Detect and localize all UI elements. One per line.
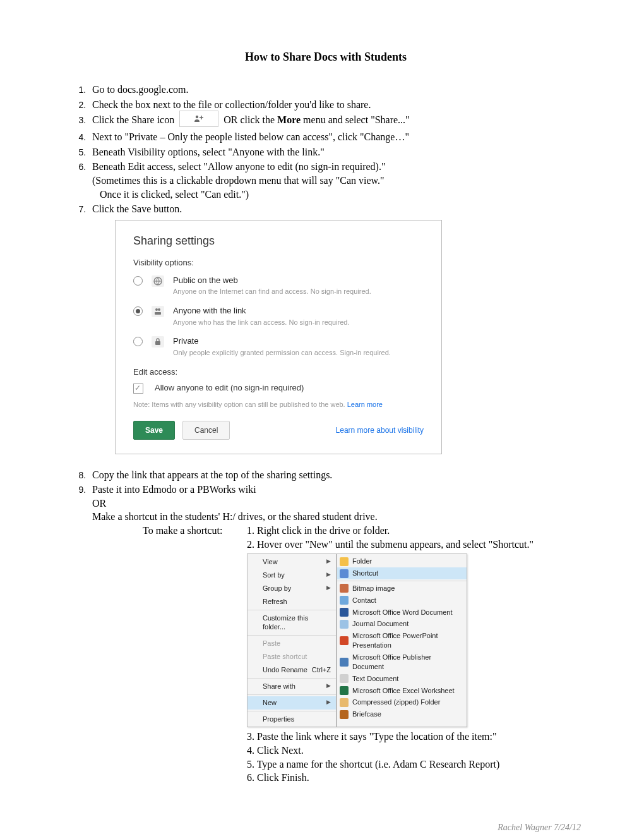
menu-separator xyxy=(247,610,336,610)
step-subtext: OR xyxy=(92,497,581,511)
visibility-label: Visibility options: xyxy=(133,257,424,269)
radio-checked[interactable] xyxy=(133,306,143,316)
step-3: Click the Share icon OR click the More m… xyxy=(88,112,581,129)
footer-attribution: Rachel Wagner 7/24/12 xyxy=(71,823,581,833)
menu-item[interactable]: Group by▶ xyxy=(247,582,336,595)
chevron-right-icon: ▶ xyxy=(326,682,331,691)
visibility-option-private[interactable]: Private Only people explicitly granted p… xyxy=(133,335,424,357)
step-text: Go to docs.google.com. xyxy=(92,84,188,95)
document-page: How to Share Docs with Students Go to do… xyxy=(0,0,644,834)
chevron-right-icon: ▶ xyxy=(326,584,331,593)
menu-separator xyxy=(247,711,336,711)
shortcut-instructions: To make a shortcut: 1. Right click in th… xyxy=(143,524,581,538)
menu-item[interactable]: Paste shortcut xyxy=(247,650,336,663)
menu-item[interactable]: Properties xyxy=(247,713,336,726)
menu-item[interactable]: Refresh xyxy=(247,595,336,608)
visibility-option-link[interactable]: Anyone with the link Anyone who has the … xyxy=(133,305,424,327)
menu-separator xyxy=(337,581,467,581)
main-steps-list: Go to docs.google.com. Check the box nex… xyxy=(71,83,581,785)
step-7: Click the Save button. Sharing settings … xyxy=(88,202,581,454)
shortcut-step: 2. Hover over "New" until the submenu ap… xyxy=(247,538,581,552)
bold-more: More xyxy=(277,114,301,125)
submenu-item[interactable]: Contact xyxy=(337,595,467,607)
panel-note: Note: Items with any visibility option c… xyxy=(133,400,424,409)
radio-unchecked[interactable] xyxy=(133,337,143,346)
shortcut-step: 5. Type a name for the shortcut (i.e. Ad… xyxy=(247,758,581,771)
submenu-item[interactable]: Microsoft Office Word Document xyxy=(337,607,467,619)
submenu-item[interactable]: Microsoft Office Excel Worksheet xyxy=(337,685,467,697)
svg-rect-7 xyxy=(155,312,161,315)
context-menu-new-submenu: FolderShortcutBitmap imageContactMicroso… xyxy=(337,553,467,727)
menu-item[interactable]: Undo RenameCtrl+Z xyxy=(247,663,336,677)
cancel-button[interactable]: Cancel xyxy=(182,421,230,440)
visibility-option-public[interactable]: Public on the web Anyone on the Internet… xyxy=(133,275,424,296)
file-type-icon xyxy=(340,608,349,617)
step-1: Go to docs.google.com. xyxy=(88,83,581,97)
file-type-icon xyxy=(340,658,349,667)
submenu-item[interactable]: Journal Document xyxy=(337,618,467,630)
context-menu-main: View▶Sort by▶Group by▶RefreshCustomize t… xyxy=(247,553,337,727)
step-5: Beneath Visibility options, select "Anyo… xyxy=(88,145,581,159)
panel-buttons: Save Cancel Learn more about visibility xyxy=(133,421,424,440)
step-subtext: Once it is clicked, select "Can edit.") xyxy=(100,188,581,202)
submenu-item[interactable]: Folder xyxy=(337,555,467,567)
submenu-item[interactable]: Briefcase xyxy=(337,708,467,720)
learn-visibility-link[interactable]: Learn more about visibility xyxy=(336,425,424,435)
shortcut-step: 1. Right click in the drive or folder. xyxy=(247,524,581,538)
chevron-right-icon: ▶ xyxy=(326,557,331,567)
edit-option-label: Allow anyone to edit (no sign-in require… xyxy=(155,382,304,394)
sharing-settings-panel: Sharing settings Visibility options: Pub… xyxy=(115,220,442,454)
step-text: Click the Share icon xyxy=(92,114,174,125)
shortcut-step: 4. Click Next. xyxy=(247,744,581,758)
step-text: Beneath Edit access, select "Allow anyon… xyxy=(92,161,385,172)
shortcut-step: 6. Click Finish. xyxy=(247,771,581,785)
file-type-icon xyxy=(340,584,349,593)
step-subtext: Make a shortcut in the students' H:/ dri… xyxy=(92,510,581,524)
menu-item[interactable]: Share with▶ xyxy=(247,680,336,693)
file-type-icon xyxy=(340,698,349,707)
option-desc: Anyone who has the link can access. No s… xyxy=(173,318,424,327)
menu-item[interactable]: View▶ xyxy=(247,555,336,569)
option-desc: Only people explicitly granted permissio… xyxy=(173,348,424,358)
lock-icon xyxy=(152,336,164,348)
edit-access-row[interactable]: Allow anyone to edit (no sign-in require… xyxy=(133,382,424,394)
shortcut-lead-label: To make a shortcut: xyxy=(143,524,247,538)
file-type-icon xyxy=(340,674,349,683)
step-text: Copy the link that appears at the top of… xyxy=(92,469,332,480)
step-text: Click the Save button. xyxy=(92,203,182,214)
step-subtext: (Sometimes this is a clickable dropdown … xyxy=(92,174,581,188)
menu-item[interactable]: New▶ xyxy=(247,696,336,710)
page-title: How to Share Docs with Students xyxy=(71,51,581,64)
step-text: Paste it into Edmodo or a PBWorks wiki xyxy=(92,484,256,495)
share-icon xyxy=(179,111,218,127)
step-text: menu and select "Share..." xyxy=(301,114,410,125)
menu-item[interactable]: Customize this folder... xyxy=(247,612,336,634)
file-type-icon xyxy=(340,557,349,566)
learn-more-link[interactable]: Learn more xyxy=(347,401,383,408)
menu-item[interactable]: Sort by▶ xyxy=(247,569,336,582)
save-button[interactable]: Save xyxy=(133,421,175,440)
file-type-icon xyxy=(340,569,349,578)
globe-icon xyxy=(152,275,164,287)
submenu-item[interactable]: Shortcut xyxy=(337,567,467,579)
link-people-icon xyxy=(152,306,164,317)
radio-unchecked[interactable] xyxy=(133,276,143,286)
submenu-item[interactable]: Text Document xyxy=(337,673,467,685)
menu-item[interactable]: Paste xyxy=(247,637,336,650)
chevron-right-icon: ▶ xyxy=(326,571,331,580)
step-8: Copy the link that appears at the top of… xyxy=(88,468,581,482)
edit-access-label: Edit access: xyxy=(133,366,424,378)
svg-point-0 xyxy=(196,116,198,118)
submenu-item[interactable]: Bitmap image xyxy=(337,583,467,595)
chevron-right-icon: ▶ xyxy=(326,698,331,708)
submenu-item[interactable]: Microsoft Office PowerPoint Presentation xyxy=(337,630,467,651)
submenu-item[interactable]: Microsoft Office Publisher Document xyxy=(337,651,467,673)
menu-separator xyxy=(247,635,336,636)
checkbox-checked[interactable] xyxy=(133,384,143,394)
file-type-icon xyxy=(340,620,349,629)
step-text: Next to "Private – Only the people liste… xyxy=(92,131,409,142)
file-type-icon xyxy=(340,596,349,605)
submenu-item[interactable]: Compressed (zipped) Folder xyxy=(337,696,467,708)
step-9: Paste it into Edmodo or a PBWorks wiki O… xyxy=(88,483,581,784)
file-type-icon xyxy=(340,710,349,719)
